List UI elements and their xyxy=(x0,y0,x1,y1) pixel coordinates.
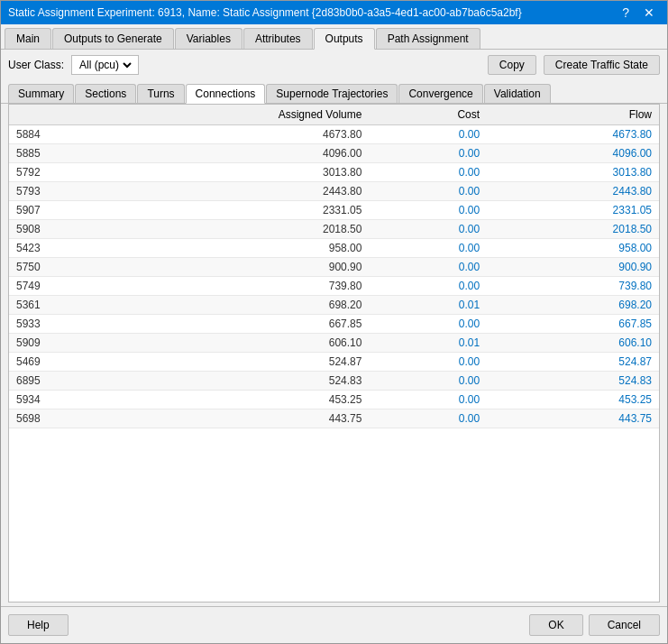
cell-flow: 524.83 xyxy=(487,372,659,391)
cell-flow: 3013.80 xyxy=(487,163,659,182)
cell-assigned-volume: 4096.00 xyxy=(54,144,369,163)
main-tab-path_assignment[interactable]: Path Assignment xyxy=(376,28,480,49)
cell-cost: 0.00 xyxy=(369,277,487,296)
toolbar: User Class: All (pcu) Copy Create Traffi… xyxy=(1,50,667,80)
main-tab-main[interactable]: Main xyxy=(5,28,51,49)
main-tab-outputs[interactable]: Outputs xyxy=(314,28,375,50)
cell-row-id: 5750 xyxy=(9,258,54,277)
footer: Help OK Cancel xyxy=(1,606,667,643)
cell-cost: 0.00 xyxy=(369,220,487,239)
cell-assigned-volume: 524.87 xyxy=(54,353,369,372)
cell-assigned-volume: 453.25 xyxy=(54,391,369,409)
help-button[interactable]: ? xyxy=(617,6,635,19)
table-row[interactable]: 58854096.000.004096.00 xyxy=(9,144,659,163)
sub-tab-sections[interactable]: Sections xyxy=(75,84,136,103)
cell-cost: 0.00 xyxy=(369,258,487,277)
main-tab-attributes[interactable]: Attributes xyxy=(243,28,313,49)
cell-cost: 0.00 xyxy=(369,409,487,428)
cell-assigned-volume: 698.20 xyxy=(54,296,369,315)
cell-row-id: 5909 xyxy=(9,334,54,353)
cell-cost: 0.00 xyxy=(369,239,487,258)
cell-assigned-volume: 2018.50 xyxy=(54,220,369,239)
table-row[interactable]: 6895524.830.00524.83 xyxy=(9,372,659,391)
table-row[interactable]: 5749739.800.00739.80 xyxy=(9,277,659,296)
cell-cost: 0.00 xyxy=(369,182,487,201)
sub-tab-supernode_trajectories[interactable]: Supernode Trajectories xyxy=(266,84,398,103)
cell-assigned-volume: 3013.80 xyxy=(54,163,369,182)
cell-flow: 4096.00 xyxy=(487,144,659,163)
cell-flow: 2331.05 xyxy=(487,201,659,220)
cell-flow: 667.85 xyxy=(487,315,659,334)
cell-cost: 0.00 xyxy=(369,125,487,144)
close-button[interactable]: ✕ xyxy=(638,6,660,19)
col-header-assigned_volume: Assigned Volume xyxy=(54,105,369,125)
table-row[interactable]: 5361698.200.01698.20 xyxy=(9,296,659,315)
table-row[interactable]: 57923013.800.003013.80 xyxy=(9,163,659,182)
cell-assigned-volume: 667.85 xyxy=(54,315,369,334)
cell-flow: 739.80 xyxy=(487,277,659,296)
table-row[interactable]: 59082018.500.002018.50 xyxy=(9,220,659,239)
cell-cost: 0.00 xyxy=(369,315,487,334)
sub-tab-summary[interactable]: Summary xyxy=(8,84,74,103)
cell-cost: 0.01 xyxy=(369,296,487,315)
cell-cost: 0.00 xyxy=(369,372,487,391)
sub-tab-turns[interactable]: Turns xyxy=(137,84,184,103)
cell-row-id: 5698 xyxy=(9,409,54,428)
cell-assigned-volume: 4673.80 xyxy=(54,125,369,144)
cell-cost: 0.00 xyxy=(369,391,487,409)
cell-row-id: 5749 xyxy=(9,277,54,296)
user-class-dropdown[interactable]: All (pcu) xyxy=(76,58,134,72)
cell-row-id: 5908 xyxy=(9,220,54,239)
table-row[interactable]: 5469524.870.00524.87 xyxy=(9,353,659,372)
cell-flow: 900.90 xyxy=(487,258,659,277)
main-tab-outputs_to_generate[interactable]: Outputs to Generate xyxy=(52,28,174,49)
footer-left: Help xyxy=(8,614,69,636)
cell-cost: 0.00 xyxy=(369,201,487,220)
cell-flow: 698.20 xyxy=(487,296,659,315)
table-row[interactable]: 5934453.250.00453.25 xyxy=(9,391,659,409)
content-area: Assigned VolumeCostFlow 58844673.800.004… xyxy=(8,104,660,603)
cell-flow: 958.00 xyxy=(487,239,659,258)
table-row[interactable]: 58844673.800.004673.80 xyxy=(9,125,659,144)
footer-right: OK Cancel xyxy=(529,614,660,636)
main-window: Static Assignment Experiment: 6913, Name… xyxy=(0,0,668,644)
user-class-select[interactable]: All (pcu) xyxy=(71,55,139,75)
sub-tabs: SummarySectionsTurnsConnectionsSupernode… xyxy=(1,80,667,104)
copy-button[interactable]: Copy xyxy=(488,55,536,75)
cell-row-id: 5907 xyxy=(9,201,54,220)
cell-flow: 453.25 xyxy=(487,391,659,409)
col-header-cost: Cost xyxy=(369,105,487,125)
table-row[interactable]: 5909606.100.01606.10 xyxy=(9,334,659,353)
cell-flow: 606.10 xyxy=(487,334,659,353)
cell-cost: 0.00 xyxy=(369,144,487,163)
cell-assigned-volume: 900.90 xyxy=(54,258,369,277)
title-bar: Static Assignment Experiment: 6913, Name… xyxy=(1,1,667,24)
cell-assigned-volume: 524.83 xyxy=(54,372,369,391)
sub-tab-convergence[interactable]: Convergence xyxy=(398,84,482,103)
cell-cost: 0.00 xyxy=(369,163,487,182)
table-row[interactable]: 5423958.000.00958.00 xyxy=(9,239,659,258)
table-row[interactable]: 5933667.850.00667.85 xyxy=(9,315,659,334)
cell-flow: 2443.80 xyxy=(487,182,659,201)
cell-row-id: 5884 xyxy=(9,125,54,144)
col-header-flow: Flow xyxy=(487,105,659,125)
cell-flow: 2018.50 xyxy=(487,220,659,239)
cell-flow: 443.75 xyxy=(487,409,659,428)
create-traffic-state-button[interactable]: Create Traffic State xyxy=(544,55,660,75)
cell-assigned-volume: 443.75 xyxy=(54,409,369,428)
sub-tab-validation[interactable]: Validation xyxy=(484,84,551,103)
table-row[interactable]: 57932443.800.002443.80 xyxy=(9,182,659,201)
help-footer-button[interactable]: Help xyxy=(8,614,69,636)
table-row[interactable]: 59072331.050.002331.05 xyxy=(9,201,659,220)
table-container[interactable]: Assigned VolumeCostFlow 58844673.800.004… xyxy=(9,105,659,602)
table-row[interactable]: 5750900.900.00900.90 xyxy=(9,258,659,277)
title-bar-buttons: ? ✕ xyxy=(617,6,660,19)
cell-assigned-volume: 2443.80 xyxy=(54,182,369,201)
cell-row-id: 5792 xyxy=(9,163,54,182)
cancel-button[interactable]: Cancel xyxy=(589,614,660,636)
main-tab-variables[interactable]: Variables xyxy=(175,28,242,49)
sub-tab-connections[interactable]: Connections xyxy=(186,84,266,104)
table-row[interactable]: 5698443.750.00443.75 xyxy=(9,409,659,428)
ok-button[interactable]: OK xyxy=(529,614,582,636)
main-tabs: MainOutputs to GenerateVariablesAttribut… xyxy=(1,24,667,50)
